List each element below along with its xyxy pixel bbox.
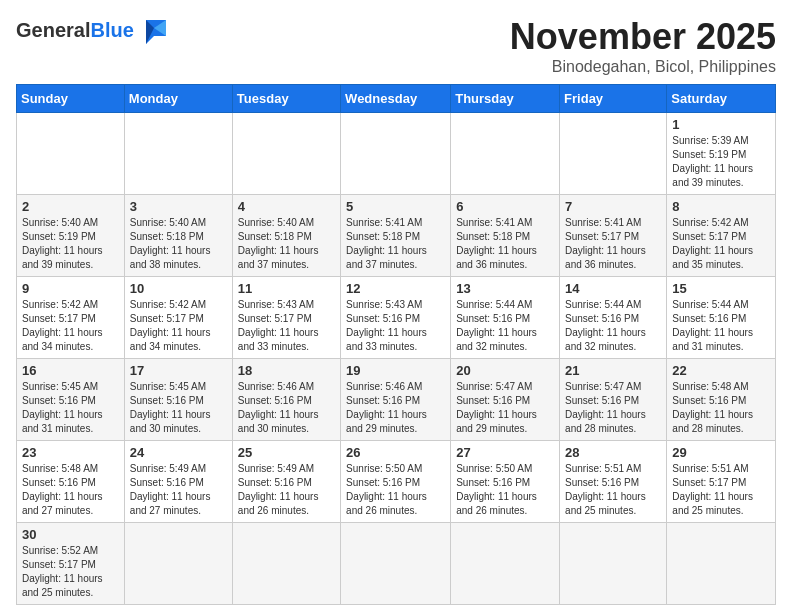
day-number: 6 [456,199,554,214]
weekday-row: SundayMondayTuesdayWednesdayThursdayFrid… [17,85,776,113]
day-number: 8 [672,199,770,214]
day-number: 7 [565,199,661,214]
logo-general-text: General [16,19,90,42]
calendar-cell: 27Sunrise: 5:50 AM Sunset: 5:16 PM Dayli… [451,441,560,523]
calendar-cell [560,523,667,605]
calendar-cell: 23Sunrise: 5:48 AM Sunset: 5:16 PM Dayli… [17,441,125,523]
day-number: 17 [130,363,227,378]
calendar-cell: 25Sunrise: 5:49 AM Sunset: 5:16 PM Dayli… [232,441,340,523]
calendar-cell: 17Sunrise: 5:45 AM Sunset: 5:16 PM Dayli… [124,359,232,441]
day-number: 9 [22,281,119,296]
day-info: Sunrise: 5:46 AM Sunset: 5:16 PM Dayligh… [238,380,335,436]
calendar-week-row: 16Sunrise: 5:45 AM Sunset: 5:16 PM Dayli… [17,359,776,441]
calendar-header: SundayMondayTuesdayWednesdayThursdayFrid… [17,85,776,113]
calendar-body: 1Sunrise: 5:39 AM Sunset: 5:19 PM Daylig… [17,113,776,605]
day-info: Sunrise: 5:51 AM Sunset: 5:16 PM Dayligh… [565,462,661,518]
day-info: Sunrise: 5:44 AM Sunset: 5:16 PM Dayligh… [672,298,770,354]
day-number: 19 [346,363,445,378]
calendar-cell [341,523,451,605]
day-info: Sunrise: 5:45 AM Sunset: 5:16 PM Dayligh… [130,380,227,436]
calendar-cell: 26Sunrise: 5:50 AM Sunset: 5:16 PM Dayli… [341,441,451,523]
day-info: Sunrise: 5:39 AM Sunset: 5:19 PM Dayligh… [672,134,770,190]
calendar-cell [451,523,560,605]
weekday-saturday: Saturday [667,85,776,113]
day-number: 28 [565,445,661,460]
logo-icon [138,16,170,44]
calendar-week-row: 9Sunrise: 5:42 AM Sunset: 5:17 PM Daylig… [17,277,776,359]
logo-area: GeneralBlue [16,16,170,44]
day-info: Sunrise: 5:45 AM Sunset: 5:16 PM Dayligh… [22,380,119,436]
calendar-cell: 10Sunrise: 5:42 AM Sunset: 5:17 PM Dayli… [124,277,232,359]
weekday-wednesday: Wednesday [341,85,451,113]
calendar-cell [232,523,340,605]
calendar-cell: 13Sunrise: 5:44 AM Sunset: 5:16 PM Dayli… [451,277,560,359]
day-number: 13 [456,281,554,296]
calendar-table: SundayMondayTuesdayWednesdayThursdayFrid… [16,84,776,605]
weekday-thursday: Thursday [451,85,560,113]
day-number: 25 [238,445,335,460]
day-info: Sunrise: 5:42 AM Sunset: 5:17 PM Dayligh… [672,216,770,272]
weekday-tuesday: Tuesday [232,85,340,113]
calendar-cell: 19Sunrise: 5:46 AM Sunset: 5:16 PM Dayli… [341,359,451,441]
calendar-cell: 5Sunrise: 5:41 AM Sunset: 5:18 PM Daylig… [341,195,451,277]
calendar-cell: 24Sunrise: 5:49 AM Sunset: 5:16 PM Dayli… [124,441,232,523]
calendar-cell: 6Sunrise: 5:41 AM Sunset: 5:18 PM Daylig… [451,195,560,277]
day-number: 5 [346,199,445,214]
day-info: Sunrise: 5:48 AM Sunset: 5:16 PM Dayligh… [672,380,770,436]
day-number: 12 [346,281,445,296]
day-info: Sunrise: 5:40 AM Sunset: 5:18 PM Dayligh… [238,216,335,272]
day-info: Sunrise: 5:41 AM Sunset: 5:17 PM Dayligh… [565,216,661,272]
day-number: 4 [238,199,335,214]
location-title: Binodegahan, Bicol, Philippines [510,58,776,76]
calendar-cell: 12Sunrise: 5:43 AM Sunset: 5:16 PM Dayli… [341,277,451,359]
calendar-cell: 8Sunrise: 5:42 AM Sunset: 5:17 PM Daylig… [667,195,776,277]
calendar-cell: 18Sunrise: 5:46 AM Sunset: 5:16 PM Dayli… [232,359,340,441]
day-number: 10 [130,281,227,296]
calendar-cell: 30Sunrise: 5:52 AM Sunset: 5:17 PM Dayli… [17,523,125,605]
calendar-cell: 29Sunrise: 5:51 AM Sunset: 5:17 PM Dayli… [667,441,776,523]
calendar-cell [124,523,232,605]
calendar-cell [232,113,340,195]
day-number: 20 [456,363,554,378]
calendar-cell [341,113,451,195]
calendar-week-row: 30Sunrise: 5:52 AM Sunset: 5:17 PM Dayli… [17,523,776,605]
calendar-cell [17,113,125,195]
logo-blue-text: Blue [90,19,133,42]
calendar-cell: 11Sunrise: 5:43 AM Sunset: 5:17 PM Dayli… [232,277,340,359]
day-info: Sunrise: 5:47 AM Sunset: 5:16 PM Dayligh… [565,380,661,436]
day-number: 15 [672,281,770,296]
day-number: 21 [565,363,661,378]
calendar-cell: 1Sunrise: 5:39 AM Sunset: 5:19 PM Daylig… [667,113,776,195]
calendar-cell [560,113,667,195]
day-info: Sunrise: 5:41 AM Sunset: 5:18 PM Dayligh… [346,216,445,272]
day-number: 2 [22,199,119,214]
day-info: Sunrise: 5:51 AM Sunset: 5:17 PM Dayligh… [672,462,770,518]
day-number: 11 [238,281,335,296]
calendar-week-row: 1Sunrise: 5:39 AM Sunset: 5:19 PM Daylig… [17,113,776,195]
month-title: November 2025 [510,16,776,58]
calendar-cell: 16Sunrise: 5:45 AM Sunset: 5:16 PM Dayli… [17,359,125,441]
weekday-monday: Monday [124,85,232,113]
calendar-cell: 14Sunrise: 5:44 AM Sunset: 5:16 PM Dayli… [560,277,667,359]
day-info: Sunrise: 5:48 AM Sunset: 5:16 PM Dayligh… [22,462,119,518]
day-info: Sunrise: 5:52 AM Sunset: 5:17 PM Dayligh… [22,544,119,600]
day-info: Sunrise: 5:43 AM Sunset: 5:17 PM Dayligh… [238,298,335,354]
day-number: 30 [22,527,119,542]
day-info: Sunrise: 5:41 AM Sunset: 5:18 PM Dayligh… [456,216,554,272]
day-number: 16 [22,363,119,378]
calendar-cell: 7Sunrise: 5:41 AM Sunset: 5:17 PM Daylig… [560,195,667,277]
day-number: 29 [672,445,770,460]
day-info: Sunrise: 5:40 AM Sunset: 5:19 PM Dayligh… [22,216,119,272]
day-info: Sunrise: 5:40 AM Sunset: 5:18 PM Dayligh… [130,216,227,272]
day-number: 14 [565,281,661,296]
day-info: Sunrise: 5:49 AM Sunset: 5:16 PM Dayligh… [238,462,335,518]
calendar-cell [667,523,776,605]
day-info: Sunrise: 5:44 AM Sunset: 5:16 PM Dayligh… [456,298,554,354]
day-number: 3 [130,199,227,214]
weekday-sunday: Sunday [17,85,125,113]
calendar-week-row: 23Sunrise: 5:48 AM Sunset: 5:16 PM Dayli… [17,441,776,523]
day-number: 27 [456,445,554,460]
calendar-cell: 20Sunrise: 5:47 AM Sunset: 5:16 PM Dayli… [451,359,560,441]
calendar-cell: 22Sunrise: 5:48 AM Sunset: 5:16 PM Dayli… [667,359,776,441]
calendar-cell: 21Sunrise: 5:47 AM Sunset: 5:16 PM Dayli… [560,359,667,441]
